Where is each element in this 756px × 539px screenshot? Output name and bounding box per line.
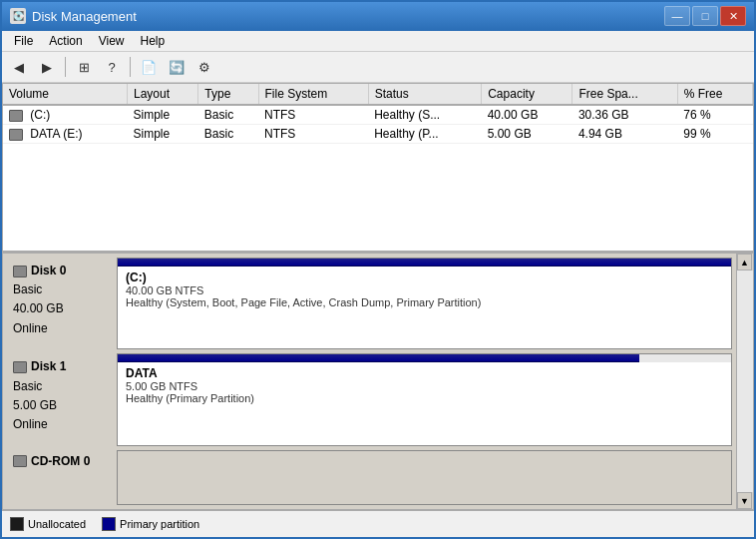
cell-volume-0: (C:) <box>3 105 128 125</box>
cell-status-1: Healthy (P... <box>368 125 482 144</box>
col-fs: File System <box>258 84 368 105</box>
disk-0-row: Disk 0 Basic 40.00 GB Online (C:) 40.00 … <box>7 258 732 349</box>
menu-action[interactable]: Action <box>41 32 90 50</box>
cell-free-1: 4.94 GB <box>572 125 677 144</box>
maximize-button[interactable]: □ <box>692 6 718 26</box>
disk-1-label: Disk 1 Basic 5.00 GB Online <box>7 353 117 445</box>
table-body: (C:) Simple Basic NTFS Healthy (S... 40.… <box>3 105 753 144</box>
refresh-button[interactable]: 🔄 <box>164 55 189 79</box>
window-title: Disk Management <box>32 9 137 24</box>
cdrom-label: CD-ROM 0 <box>7 450 117 505</box>
col-percent: % Free <box>677 84 752 105</box>
col-capacity: Capacity <box>482 84 572 105</box>
settings-button[interactable]: ⚙ <box>191 55 217 79</box>
toolbar-sep-1 <box>65 57 66 77</box>
col-free: Free Spa... <box>572 84 677 105</box>
scrollbar[interactable]: ▲ ▼ <box>736 254 753 509</box>
status-bar: Unallocated Primary partition <box>2 510 754 537</box>
cell-capacity-1: 5.00 GB <box>482 125 572 144</box>
cdrom-area <box>117 450 732 505</box>
minimize-button[interactable]: — <box>664 6 690 26</box>
disk-1-header-bar <box>118 354 639 362</box>
cell-percent-1: 99 % <box>677 125 752 144</box>
volume-table: Volume Layout Type File System Status Ca… <box>3 84 753 144</box>
cell-layout-1: Simple <box>128 125 198 144</box>
cell-volume-1: DATA (E:) <box>3 125 128 144</box>
col-volume: Volume <box>3 84 128 105</box>
menu-bar: File Action View Help <box>2 31 754 52</box>
disk-0-header-bar <box>118 259 731 267</box>
table-header: Volume Layout Type File System Status Ca… <box>3 84 753 105</box>
legend-unallocated-box <box>10 517 24 531</box>
properties-button[interactable]: ⊞ <box>71 55 97 79</box>
app-window: 💽 Disk Management — □ ✕ File Action View… <box>0 0 756 539</box>
cell-percent-0: 76 % <box>677 105 752 125</box>
menu-help[interactable]: Help <box>133 32 174 50</box>
disk-0-label: Disk 0 Basic 40.00 GB Online <box>7 258 117 349</box>
title-bar-left: 💽 Disk Management <box>10 8 137 24</box>
disk-1-row: Disk 1 Basic 5.00 GB Online DATA 5.00 GB… <box>7 353 732 445</box>
help-button[interactable]: ? <box>99 55 125 79</box>
col-layout: Layout <box>128 84 198 105</box>
legend-primary-box <box>102 517 116 531</box>
scroll-track <box>737 270 753 492</box>
forward-button[interactable]: ▶ <box>34 55 60 79</box>
cell-type-0: Basic <box>198 105 258 125</box>
app-icon: 💽 <box>10 8 26 24</box>
scroll-up-button[interactable]: ▲ <box>737 254 752 270</box>
main-content: Volume Layout Type File System Status Ca… <box>2 83 754 510</box>
close-button[interactable]: ✕ <box>720 6 746 26</box>
legend-unallocated: Unallocated <box>10 517 86 531</box>
menu-file[interactable]: File <box>6 32 41 50</box>
cell-capacity-0: 40.00 GB <box>482 105 572 125</box>
cell-layout-0: Simple <box>128 105 198 125</box>
toolbar-sep-2 <box>130 57 131 77</box>
disk-1-body: DATA 5.00 GB NTFS Healthy (Primary Parti… <box>118 362 731 444</box>
cell-fs-1: NTFS <box>258 125 368 144</box>
cell-status-0: Healthy (S... <box>368 105 482 125</box>
menu-view[interactable]: View <box>91 32 133 50</box>
title-bar: 💽 Disk Management — □ ✕ <box>2 2 754 31</box>
back-button[interactable]: ◀ <box>6 55 32 79</box>
cell-type-1: Basic <box>198 125 258 144</box>
title-controls: — □ ✕ <box>664 6 746 26</box>
disk-map-area: Disk 0 Basic 40.00 GB Online (C:) 40.00 … <box>3 254 753 509</box>
cdrom-row: CD-ROM 0 <box>7 450 732 505</box>
toolbar: ◀ ▶ ⊞ ? 📄 🔄 ⚙ <box>2 52 754 83</box>
legend-primary: Primary partition <box>102 517 199 531</box>
table-row[interactable]: (C:) Simple Basic NTFS Healthy (S... 40.… <box>3 105 753 125</box>
volume-table-pane: Volume Layout Type File System Status Ca… <box>3 84 753 254</box>
scroll-down-button[interactable]: ▼ <box>737 492 752 509</box>
table-row[interactable]: DATA (E:) Simple Basic NTFS Healthy (P..… <box>3 125 753 144</box>
cell-free-0: 30.36 GB <box>572 105 677 125</box>
disk-map-scroll[interactable]: Disk 0 Basic 40.00 GB Online (C:) 40.00 … <box>3 254 736 509</box>
col-type: Type <box>198 84 258 105</box>
new-button[interactable]: 📄 <box>136 55 162 79</box>
disk-1-partitions[interactable]: DATA 5.00 GB NTFS Healthy (Primary Parti… <box>117 353 732 445</box>
disk-0-body: (C:) 40.00 GB NTFS Healthy (System, Boot… <box>118 267 731 348</box>
cell-fs-0: NTFS <box>258 105 368 125</box>
col-status: Status <box>368 84 482 105</box>
disk-0-partitions[interactable]: (C:) 40.00 GB NTFS Healthy (System, Boot… <box>117 258 732 349</box>
